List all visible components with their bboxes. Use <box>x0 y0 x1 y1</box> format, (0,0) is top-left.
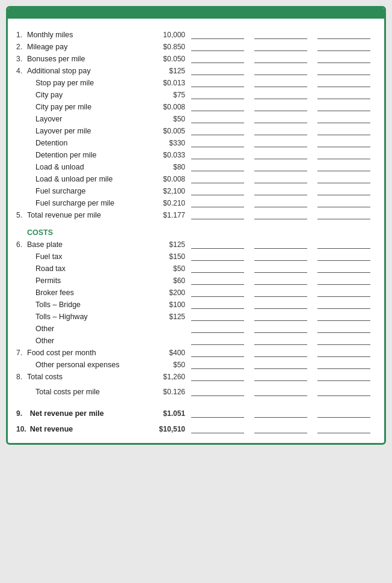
company1-line[interactable] <box>191 78 244 87</box>
company1-input-cell[interactable] <box>189 64 252 76</box>
company1-line[interactable] <box>191 66 244 75</box>
company3-input-cell[interactable] <box>315 52 378 64</box>
company2-line[interactable] <box>254 386 307 396</box>
company1-line[interactable] <box>191 347 244 357</box>
company2-input-cell[interactable] <box>252 185 315 197</box>
company1-input-cell[interactable] <box>189 52 252 64</box>
company2-input-cell[interactable] <box>252 136 315 148</box>
company2-input-cell[interactable] <box>252 52 315 64</box>
company1-line[interactable] <box>191 323 244 333</box>
company2-line[interactable] <box>254 174 307 183</box>
company2-input-cell[interactable] <box>252 28 315 40</box>
company3-input-cell[interactable] <box>315 322 378 334</box>
company3-line[interactable] <box>317 359 370 369</box>
company2-line[interactable] <box>254 90 307 99</box>
company2-line[interactable] <box>254 311 307 321</box>
company1-input-cell[interactable] <box>189 370 252 382</box>
company1-input-cell[interactable] <box>189 274 252 286</box>
company3-input-cell[interactable] <box>315 40 378 52</box>
company3-input-cell[interactable] <box>315 346 378 358</box>
bottom-company3-cell[interactable] <box>315 407 378 419</box>
bottom-company3-line[interactable] <box>317 424 370 433</box>
company3-line[interactable] <box>317 29 370 39</box>
company3-line[interactable] <box>317 299 370 309</box>
company1-input-cell[interactable] <box>189 322 252 334</box>
company1-line[interactable] <box>191 386 244 396</box>
company2-line[interactable] <box>254 287 307 297</box>
company2-line[interactable] <box>254 126 307 135</box>
company1-input-cell[interactable] <box>189 160 252 172</box>
company2-line[interactable] <box>254 347 307 357</box>
bottom-company2-cell[interactable] <box>252 423 315 435</box>
company2-line[interactable] <box>254 299 307 309</box>
company1-input-cell[interactable] <box>189 40 252 52</box>
company1-line[interactable] <box>191 126 244 135</box>
company2-line[interactable] <box>254 186 307 195</box>
company3-line[interactable] <box>317 210 370 219</box>
company3-input-cell[interactable] <box>315 274 378 286</box>
company3-line[interactable] <box>317 41 370 51</box>
company2-input-cell[interactable] <box>252 209 315 221</box>
company2-line[interactable] <box>254 275 307 285</box>
company1-input-cell[interactable] <box>189 88 252 100</box>
company1-line[interactable] <box>191 359 244 369</box>
company1-line[interactable] <box>191 210 244 219</box>
company2-input-cell[interactable] <box>252 76 315 88</box>
company3-input-cell[interactable] <box>315 197 378 209</box>
company1-line[interactable] <box>191 29 244 39</box>
company3-input-cell[interactable] <box>315 298 378 310</box>
company2-input-cell[interactable] <box>252 310 315 322</box>
company2-input-cell[interactable] <box>252 197 315 209</box>
company1-input-cell[interactable] <box>189 262 252 274</box>
company3-input-cell[interactable] <box>315 88 378 100</box>
company1-line[interactable] <box>191 174 244 183</box>
company2-line[interactable] <box>254 78 307 87</box>
bottom-company2-line[interactable] <box>254 424 307 433</box>
company1-input-cell[interactable] <box>189 209 252 221</box>
company3-line[interactable] <box>317 386 370 396</box>
bottom-company2-cell[interactable] <box>252 407 315 419</box>
company1-line[interactable] <box>191 311 244 321</box>
company2-input-cell[interactable] <box>252 334 315 346</box>
company1-line[interactable] <box>191 251 244 261</box>
company3-input-cell[interactable] <box>315 209 378 221</box>
company2-input-cell[interactable] <box>252 238 315 250</box>
company1-input-cell[interactable] <box>189 334 252 346</box>
company3-line[interactable] <box>317 287 370 297</box>
company2-line[interactable] <box>254 29 307 39</box>
company3-line[interactable] <box>317 66 370 75</box>
company1-line[interactable] <box>191 53 244 63</box>
company3-input-cell[interactable] <box>315 136 378 148</box>
company3-input-cell[interactable] <box>315 185 378 197</box>
company3-line[interactable] <box>317 162 370 171</box>
company2-input-cell[interactable] <box>252 100 315 112</box>
company2-line[interactable] <box>254 251 307 261</box>
company1-line[interactable] <box>191 138 244 147</box>
company3-line[interactable] <box>317 239 370 249</box>
company3-input-cell[interactable] <box>315 160 378 172</box>
company1-input-cell[interactable] <box>189 148 252 160</box>
company2-line[interactable] <box>254 138 307 147</box>
company3-line[interactable] <box>317 371 370 381</box>
company2-input-cell[interactable] <box>252 172 315 185</box>
company2-input-cell[interactable] <box>252 286 315 298</box>
company2-input-cell[interactable] <box>252 370 315 382</box>
company2-input-cell[interactable] <box>252 274 315 286</box>
company2-input-cell[interactable] <box>252 88 315 100</box>
company3-input-cell[interactable] <box>315 370 378 382</box>
company2-line[interactable] <box>254 263 307 273</box>
company1-input-cell[interactable] <box>189 100 252 112</box>
bottom-company1-line[interactable] <box>191 408 244 418</box>
company1-line[interactable] <box>191 335 244 345</box>
company3-input-cell[interactable] <box>315 148 378 160</box>
company3-input-cell[interactable] <box>315 334 378 346</box>
company3-line[interactable] <box>317 311 370 321</box>
company3-line[interactable] <box>317 126 370 135</box>
company1-line[interactable] <box>191 198 244 207</box>
company2-line[interactable] <box>254 210 307 219</box>
company2-input-cell[interactable] <box>252 262 315 274</box>
company1-line[interactable] <box>191 239 244 249</box>
company1-input-cell[interactable] <box>189 358 252 370</box>
company1-input-cell[interactable] <box>189 250 252 262</box>
company1-input-cell[interactable] <box>189 28 252 40</box>
